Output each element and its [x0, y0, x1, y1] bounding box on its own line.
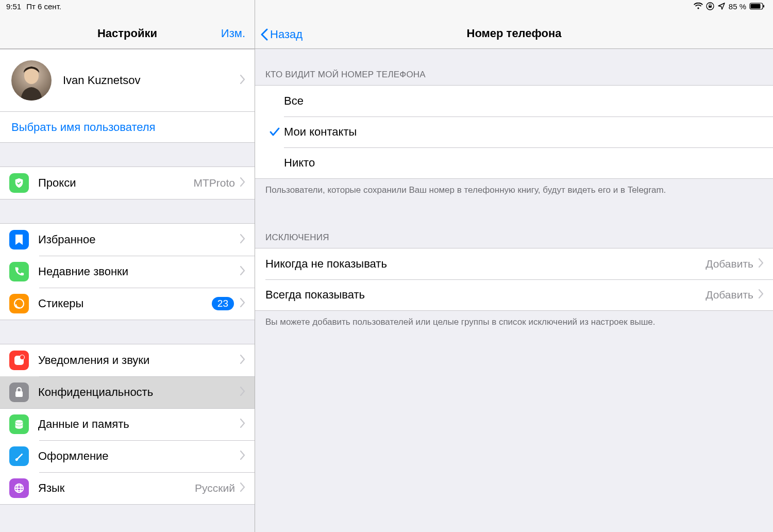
orientation-lock-icon: [706, 2, 714, 10]
battery-icon: [749, 3, 765, 10]
visibility-option[interactable]: Никто: [255, 147, 773, 178]
back-label: Назад: [270, 28, 303, 41]
visibility-section-header: КТО ВИДИТ МОЙ НОМЕР ТЕЛЕФОНА: [255, 49, 773, 85]
option-label: Мои контакты: [284, 125, 357, 139]
exceptions-list: Никогда не показыватьДобавитьВсегда пока…: [255, 248, 773, 311]
svg-point-9: [20, 355, 25, 360]
sidebar-item-label: Стикеры: [38, 297, 212, 310]
settings-sidebar: Настройки Изм. Ivan Kuznetsov Выбрать им…: [0, 0, 255, 532]
checkmark-icon: [265, 127, 284, 137]
sidebar-item-brush[interactable]: Оформление: [0, 440, 255, 472]
sidebar-item-label: Язык: [38, 481, 195, 495]
exception-row[interactable]: Никогда не показыватьДобавить: [255, 248, 773, 279]
exception-detail: Добавить: [705, 289, 753, 301]
sidebar-item-label: Недавние звонки: [38, 265, 240, 278]
chevron-right-icon: [240, 387, 245, 398]
avatar: [11, 60, 52, 101]
svg-rect-3: [751, 4, 761, 9]
shield-icon: [9, 173, 29, 193]
sidebar-item-globe[interactable]: ЯзыкРусский: [0, 472, 255, 504]
sidebar-item-label: Уведомления и звуки: [38, 354, 240, 367]
visibility-section-footer: Пользователи, которые сохранили Ваш номе…: [255, 179, 773, 202]
chevron-right-icon: [759, 289, 764, 301]
status-right: 85 %: [694, 2, 765, 11]
sidebar-title: Настройки: [97, 27, 157, 48]
sidebar-item-bookmark[interactable]: Избранное: [0, 224, 255, 256]
status-bar: 9:51 Пт 6 сент. 85 %: [0, 0, 773, 11]
back-button[interactable]: Назад: [260, 28, 303, 41]
sidebar-item-phone[interactable]: Недавние звонки: [0, 256, 255, 288]
option-label: Никто: [284, 156, 315, 170]
edit-button[interactable]: Изм.: [221, 27, 245, 40]
chevron-right-icon: [759, 258, 764, 270]
sticker-icon: [9, 294, 29, 313]
sidebar-item-label: Оформление: [38, 450, 240, 463]
chevron-right-icon: [240, 419, 245, 430]
sidebar-item-lock[interactable]: Конфиденциальность: [0, 376, 255, 408]
badge: 23: [212, 297, 234, 310]
sidebar-item-label: Избранное: [38, 233, 240, 246]
row-detail: Русский: [195, 482, 235, 494]
exception-label: Никогда не показывать: [265, 257, 705, 271]
exception-label: Всегда показывать: [265, 288, 705, 302]
chevron-right-icon: [240, 177, 245, 189]
stack-icon: [9, 414, 29, 434]
chevron-right-icon: [240, 266, 245, 277]
chevron-right-icon: [240, 234, 245, 245]
lock-icon: [9, 383, 29, 402]
profile-name: Ivan Kuznetsov: [63, 74, 240, 87]
sidebar-item-bell-app[interactable]: Уведомления и звуки: [0, 344, 255, 376]
sidebar-item-stack[interactable]: Данные и память: [0, 408, 255, 440]
sidebar-item-label: Прокси: [38, 176, 193, 190]
svg-rect-1: [709, 6, 711, 7]
bell-app-icon: [9, 351, 29, 370]
chevron-right-icon: [240, 298, 245, 309]
phone-icon: [9, 262, 29, 281]
svg-rect-4: [763, 5, 764, 8]
bookmark-icon: [9, 230, 29, 250]
chevron-right-icon: [240, 483, 245, 494]
globe-icon: [9, 478, 29, 498]
exception-detail: Добавить: [705, 258, 753, 270]
wifi-icon: [694, 3, 703, 10]
chevron-right-icon: [240, 355, 245, 366]
row-detail: MTProto: [193, 177, 235, 189]
exceptions-section-footer: Вы можете добавить пользователей или цел…: [255, 311, 773, 334]
status-time: 9:51: [6, 2, 21, 11]
profile-section: Ivan Kuznetsov Выбрать имя пользователя: [0, 49, 255, 143]
visibility-option[interactable]: Мои контакты: [255, 117, 773, 147]
brush-icon: [9, 446, 29, 466]
exceptions-section-header: ИСКЛЮЧЕНИЯ: [255, 202, 773, 248]
svg-rect-10: [15, 391, 23, 397]
sidebar-item-label: Данные и память: [38, 418, 240, 431]
location-icon: [717, 2, 726, 10]
option-label: Все: [284, 94, 304, 108]
status-date: Пт 6 сент.: [26, 2, 61, 11]
chevron-right-icon: [240, 75, 245, 86]
detail-title: Номер телефона: [467, 27, 562, 48]
battery-percent: 85 %: [729, 2, 746, 11]
visibility-option[interactable]: Все: [255, 86, 773, 117]
chevron-right-icon: [240, 451, 245, 462]
set-username-label: Выбрать имя пользователя: [11, 121, 155, 134]
visibility-options: ВсеМои контактыНикто: [255, 85, 773, 179]
sidebar-item-sticker[interactable]: Стикеры23: [0, 288, 255, 320]
exception-row[interactable]: Всегда показыватьДобавить: [255, 279, 773, 310]
set-username-row[interactable]: Выбрать имя пользователя: [0, 111, 255, 142]
sidebar-item-shield[interactable]: ПроксиMTProto: [0, 167, 255, 199]
detail-panel: Назад Номер телефона КТО ВИДИТ МОЙ НОМЕР…: [255, 0, 773, 532]
sidebar-item-label: Конфиденциальность: [38, 386, 240, 399]
profile-row[interactable]: Ivan Kuznetsov: [0, 49, 255, 111]
